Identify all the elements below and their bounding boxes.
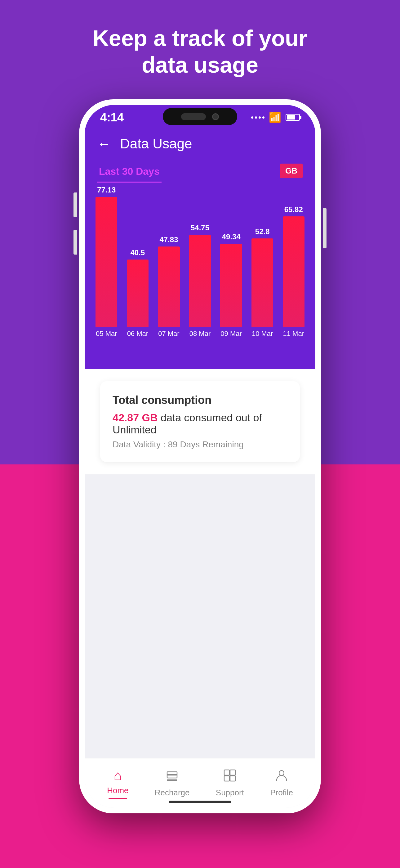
consumed-gb: 42.87 GB (112, 412, 158, 424)
validity-value: 89 Days Remaining (168, 440, 243, 449)
nav-item-home[interactable]: ⌂ Home (107, 768, 128, 799)
nav-item-profile[interactable]: Profile (270, 769, 293, 798)
nav-item-recharge[interactable]: Recharge (155, 769, 190, 798)
content-area (85, 474, 315, 692)
notch-camera (212, 113, 219, 120)
page-title: Data Usage (120, 136, 192, 152)
notch (163, 108, 237, 125)
nav-label-recharge: Recharge (155, 788, 190, 798)
phone-button-power (323, 208, 327, 248)
svg-rect-4 (224, 770, 229, 775)
validity-text: Data Validity : 89 Days Remaining (112, 440, 288, 450)
bar-date-label: 07 Mar (158, 330, 179, 338)
bar (283, 216, 304, 327)
svg-rect-6 (224, 776, 229, 781)
bar-group: 40.506 Mar (122, 248, 154, 338)
bar-group: 54.7508 Mar (185, 223, 216, 338)
nav-label-home: Home (107, 786, 128, 795)
bar (96, 197, 117, 327)
phone-button-volume-up (73, 192, 77, 217)
support-icon (223, 769, 237, 785)
headline: Keep a track of your data usage (0, 25, 400, 79)
total-consumption-title: Total consumption (112, 394, 288, 407)
profile-icon (275, 769, 288, 785)
bar-date-label: 11 Mar (283, 330, 304, 338)
bar-value-label: 52.8 (255, 227, 270, 236)
home-icon: ⌂ (114, 768, 122, 783)
bar-date-label: 06 Mar (127, 330, 148, 338)
svg-point-8 (279, 771, 284, 775)
bar-value-label: 47.83 (159, 235, 178, 244)
status-time: 4:14 (100, 111, 124, 124)
nav-label-support: Support (216, 788, 244, 798)
phone-button-volume-down (73, 230, 77, 254)
home-indicator-bar (169, 801, 231, 803)
bar-date-label: 10 Mar (252, 330, 273, 338)
phone-frame: 4:14 📶 (79, 99, 321, 813)
back-button[interactable]: ← (97, 136, 111, 152)
bar-group: 77.1305 Mar (91, 186, 122, 338)
bar-chart: 77.1305 Mar40.506 Mar47.8307 Mar54.7508 … (91, 192, 309, 353)
bar-date-label: 09 Mar (221, 330, 241, 338)
consumption-value: 42.87 GB data consumed out of Unlimited (112, 412, 288, 436)
wifi-icon: 📶 (269, 112, 281, 123)
bar-value-label: 49.34 (222, 232, 241, 241)
bar (220, 244, 242, 327)
nav-label-profile: Profile (270, 788, 293, 798)
bar (127, 259, 148, 327)
recharge-icon (165, 769, 179, 785)
bar (158, 247, 179, 327)
app-header: ← Data Usage (85, 130, 315, 158)
bar-value-label: 40.5 (131, 248, 145, 257)
bar-group: 52.810 Mar (247, 227, 278, 338)
info-card: Total consumption 42.87 GB data consumed… (100, 381, 300, 462)
status-bar: 4:14 📶 (85, 105, 315, 130)
notch-pill (181, 113, 206, 120)
signal-dots-icon (251, 116, 265, 119)
svg-rect-7 (230, 776, 235, 781)
svg-rect-5 (230, 770, 235, 775)
home-active-indicator (108, 798, 127, 799)
nav-item-support[interactable]: Support (216, 769, 244, 798)
tabs-bar: Last 30 Days GB (85, 158, 315, 183)
info-card-wrapper: Total consumption 42.87 GB data consumed… (85, 369, 315, 474)
bar-date-label: 08 Mar (190, 330, 210, 338)
status-icons: 📶 (251, 112, 300, 123)
bar-value-label: 65.82 (284, 205, 303, 214)
svg-rect-1 (167, 774, 177, 775)
bar-value-label: 77.13 (97, 186, 116, 194)
bar-group: 65.8211 Mar (278, 205, 309, 338)
bar (252, 239, 273, 327)
bar-value-label: 54.75 (191, 223, 209, 232)
battery-icon (286, 114, 300, 121)
bottom-nav: ⌂ Home Recharge (85, 758, 315, 808)
bar-group: 47.8307 Mar (153, 235, 185, 338)
bar-date-label: 05 Mar (96, 330, 117, 338)
unit-badge: GB (280, 164, 303, 178)
validity-label: Data Validity : (112, 440, 168, 449)
bar (189, 235, 211, 327)
tab-last-30-days[interactable]: Last 30 Days (97, 166, 162, 183)
chart-area: 77.1305 Mar40.506 Mar47.8307 Mar54.7508 … (85, 183, 315, 369)
bar-group: 49.3409 Mar (215, 232, 247, 338)
